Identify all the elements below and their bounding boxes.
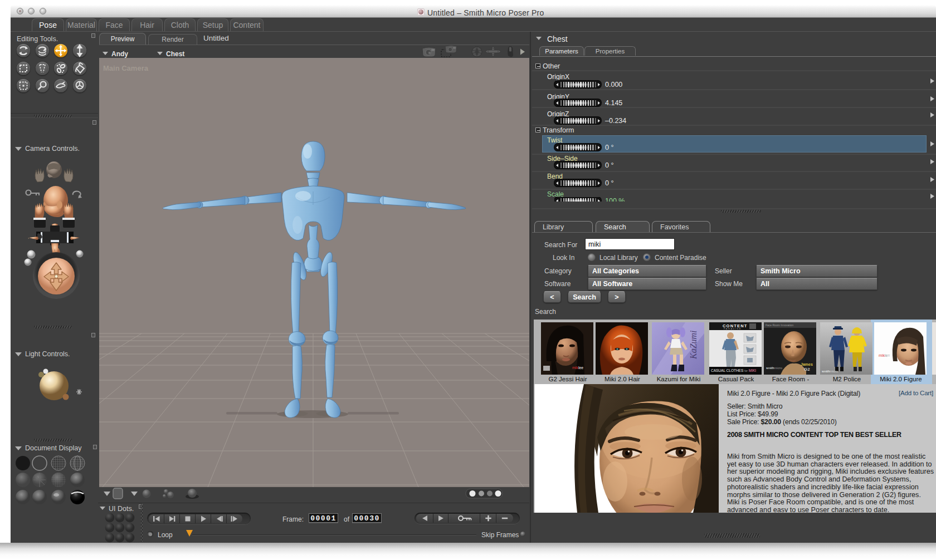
svg-text:G2: G2 [804, 367, 810, 372]
svg-text:Face Room Innovation: Face Room Innovation [766, 323, 794, 327]
svg-text:smithmicro: smithmicro [822, 370, 838, 373]
svg-text:miklee: miklee [572, 366, 583, 370]
svg-text:mikle=: mikle= [879, 353, 890, 357]
svg-text:smithmicro: smithmicro [766, 366, 783, 370]
svg-text:KaZumi: KaZumi [689, 330, 698, 360]
svg-text:James: James [801, 362, 813, 366]
svg-text:CASUAL CLOTHES for MIKI: CASUAL CLOTHES for MIKI [711, 369, 756, 372]
svg-text:PARADISE: PARADISE [724, 327, 742, 330]
